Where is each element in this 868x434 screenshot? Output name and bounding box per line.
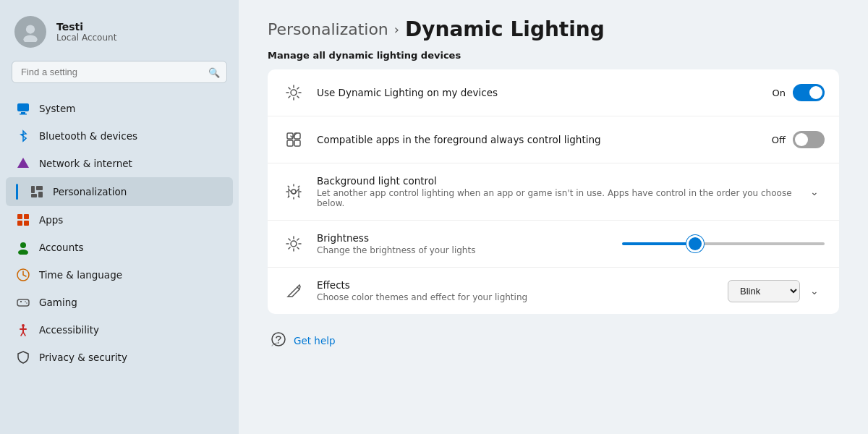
compatible-apps-title: Compatible apps in the foreground always… [317,134,760,145]
svg-rect-13 [24,221,29,226]
compatible-apps-control: Off [772,131,825,148]
svg-point-1 [23,35,37,42]
brightness-control [622,242,825,245]
use-dynamic-lighting-text: Use Dynamic Lighting on my devices [317,87,761,98]
brightness-slider[interactable] [622,242,825,245]
effects-control: Blink Solid Pulse Wave Rainbow ⌄ [728,280,825,302]
svg-point-41 [291,241,297,247]
svg-line-49 [297,239,299,240]
nav-list: System Bluetooth & devices Network & int… [0,92,239,434]
get-help-row[interactable]: Get help [268,318,839,356]
svg-rect-39 [294,140,300,146]
accessibility-icon [16,323,30,337]
setting-row-effects: Effects Choose color themes and effect f… [268,268,839,314]
time-icon [16,268,30,282]
svg-rect-4 [20,114,27,115]
effects-dropdown[interactable]: Blink Solid Pulse Wave Rainbow [728,280,800,302]
svg-rect-12 [17,221,22,226]
svg-marker-5 [17,158,29,168]
setting-row-use-dynamic-lighting: Use Dynamic Lighting on my devices On [268,69,839,116]
use-dynamic-lighting-toggle[interactable] [793,84,825,101]
sidebar-item-accessibility[interactable]: Accessibility [6,316,233,344]
section-label: Manage all dynamic lighting devices [268,50,839,61]
breadcrumb: Personalization › Dynamic Lighting [268,17,839,41]
use-dynamic-lighting-title: Use Dynamic Lighting on my devices [317,87,761,98]
effects-desc: Choose color themes and effect for your … [317,292,716,302]
svg-line-46 [289,239,290,240]
sidebar-item-accounts[interactable]: Accounts [6,234,233,261]
compatible-apps-icon [282,128,305,151]
svg-rect-11 [24,214,29,219]
compatible-apps-label: Off [772,135,786,145]
svg-point-14 [20,242,26,248]
svg-rect-8 [36,186,43,190]
svg-rect-7 [31,186,35,193]
sidebar-item-personalization-label: Personalization [53,186,127,197]
use-dynamic-lighting-control: On [773,84,825,101]
svg-point-15 [18,250,28,255]
sidebar-item-privacy[interactable]: Privacy & security [6,344,233,371]
effects-icon [282,279,305,302]
background-light-chevron[interactable]: ⌄ [804,182,825,202]
svg-rect-38 [287,140,293,146]
sidebar-item-gaming[interactable]: Gaming [6,289,233,316]
svg-point-0 [26,25,35,33]
svg-point-20 [25,301,26,302]
svg-line-25 [21,332,23,336]
privacy-icon [16,350,30,365]
toggle-knob-off [795,133,808,146]
search-box[interactable]: 🔍 [12,61,227,83]
personalization-icon [30,184,44,199]
gaming-icon [16,295,30,310]
svg-line-33 [297,96,299,98]
sidebar-item-system-label: System [39,103,75,114]
sidebar-item-privacy-label: Privacy & security [39,352,127,363]
search-icon: 🔍 [208,67,220,77]
avatar [14,16,46,48]
svg-point-21 [26,302,27,304]
sidebar-item-apps[interactable]: Apps [6,206,233,234]
sidebar-item-system[interactable]: System [6,95,233,122]
network-icon [16,156,30,171]
main-content: Personalization › Dynamic Lighting Manag… [239,0,868,434]
background-light-control: ⌄ [804,182,825,202]
sidebar-item-bluetooth[interactable]: Bluetooth & devices [6,122,233,150]
svg-line-26 [23,332,25,336]
svg-line-34 [289,96,290,98]
accounts-icon [16,240,30,255]
settings-card-main: Use Dynamic Lighting on my devices On [268,69,839,314]
effects-chevron[interactable]: ⌄ [804,281,825,301]
breadcrumb-parent[interactable]: Personalization [268,20,388,38]
svg-line-47 [297,247,299,249]
dynamic-lighting-icon [282,81,305,104]
system-icon [16,101,30,116]
get-help-link[interactable]: Get help [294,335,336,346]
setting-row-compatible-apps: Compatible apps in the foreground always… [268,116,839,163]
brightness-icon [282,232,305,255]
sidebar-item-personalization[interactable]: Personalization [6,177,233,206]
user-profile[interactable]: Testi Local Account [0,0,239,61]
sidebar-item-time[interactable]: Time & language [6,261,233,289]
svg-line-35 [297,88,299,89]
user-info: Testi Local Account [56,21,116,43]
sidebar-item-time-label: Time & language [39,269,122,281]
svg-rect-10 [17,214,22,219]
sidebar-item-network-label: Network & internet [39,158,132,169]
sidebar-item-accessibility-label: Accessibility [39,324,99,336]
background-light-title: Background light control [317,175,793,187]
background-light-icon [282,180,305,203]
svg-rect-9 [38,192,43,197]
sidebar: Testi Local Account 🔍 System [0,0,239,434]
compatible-apps-toggle[interactable] [793,131,825,148]
effects-text: Effects Choose color themes and effect f… [317,279,716,302]
sidebar-item-apps-label: Apps [39,214,63,226]
active-indicator [16,184,18,200]
search-input[interactable] [12,61,227,83]
sidebar-item-network[interactable]: Network & internet [6,150,233,177]
svg-line-48 [289,247,290,249]
bluetooth-icon [16,129,30,143]
effects-title: Effects [317,279,716,291]
brightness-desc: Change the brightness of your lights [317,245,610,255]
svg-rect-3 [21,112,25,114]
brightness-title: Brightness [317,232,610,244]
